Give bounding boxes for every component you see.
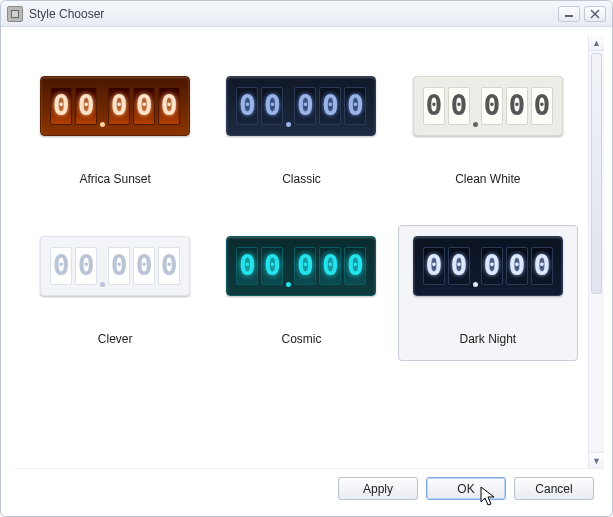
digit: 0: [481, 87, 503, 125]
digit: 0: [294, 87, 316, 125]
style-item-cleanwhite[interactable]: 00000Clean White: [398, 65, 578, 201]
digit: 0: [506, 87, 528, 125]
close-button[interactable]: [584, 6, 606, 22]
digit: 0: [158, 87, 180, 125]
minimize-icon: [564, 10, 574, 18]
scroll-track[interactable]: [589, 51, 604, 452]
digit: 0: [506, 247, 528, 285]
digit: 0: [261, 247, 283, 285]
client-area: 00000Africa Sunset00000Classic00000Clean…: [1, 27, 612, 516]
digit: 0: [344, 247, 366, 285]
digit: 0: [423, 87, 445, 125]
style-label: Classic: [282, 172, 321, 186]
digit: 0: [448, 87, 470, 125]
style-item-cosmic[interactable]: 00000Cosmic: [211, 225, 391, 361]
decimal-dot: [286, 122, 291, 127]
digit: 0: [133, 87, 155, 125]
scroll-down-button[interactable]: ▼: [589, 452, 604, 468]
digit: 0: [50, 247, 72, 285]
decimal-dot: [473, 282, 478, 287]
decimal-dot: [100, 122, 105, 127]
style-item-africa[interactable]: 00000Africa Sunset: [25, 65, 205, 201]
style-thumbnail: 00000: [40, 236, 190, 296]
digit: 0: [423, 247, 445, 285]
style-thumbnail: 00000: [413, 236, 563, 296]
cancel-button[interactable]: Cancel: [514, 477, 594, 500]
style-item-darknight[interactable]: 00000Dark Night: [398, 225, 578, 361]
digit: 0: [481, 247, 503, 285]
style-thumbnail: 00000: [226, 236, 376, 296]
digit: 0: [448, 247, 470, 285]
svg-rect-0: [565, 15, 573, 17]
apply-button[interactable]: Apply: [338, 477, 418, 500]
vertical-scrollbar[interactable]: ▲ ▼: [588, 35, 604, 468]
style-label: Clean White: [455, 172, 520, 186]
style-item-classic[interactable]: 00000Classic: [211, 65, 391, 201]
style-grid: 00000Africa Sunset00000Classic00000Clean…: [25, 65, 578, 361]
digit: 0: [158, 247, 180, 285]
digit: 0: [261, 87, 283, 125]
digit: 0: [236, 87, 258, 125]
titlebar: Style Chooser: [1, 1, 612, 27]
style-label: Cosmic: [281, 332, 321, 346]
style-thumbnail: 00000: [226, 76, 376, 136]
minimize-button[interactable]: [558, 6, 580, 22]
digit: 0: [108, 87, 130, 125]
digit: 0: [75, 247, 97, 285]
digit: 0: [294, 247, 316, 285]
scroll-thumb[interactable]: [591, 53, 602, 294]
decimal-dot: [473, 122, 478, 127]
digit: 0: [319, 247, 341, 285]
style-label: Clever: [98, 332, 133, 346]
digit: 0: [236, 247, 258, 285]
ok-button[interactable]: OK: [426, 477, 506, 500]
digit: 0: [75, 87, 97, 125]
style-label: Africa Sunset: [79, 172, 150, 186]
digit: 0: [531, 87, 553, 125]
digit: 0: [344, 87, 366, 125]
decimal-dot: [286, 282, 291, 287]
style-item-clever[interactable]: 00000Clever: [25, 225, 205, 361]
decimal-dot: [100, 282, 105, 287]
app-icon: [7, 6, 23, 22]
style-chooser-window: Style Chooser 00000Africa Sunset00000Cla…: [0, 0, 613, 517]
style-thumbnail: 00000: [413, 76, 563, 136]
digit: 0: [319, 87, 341, 125]
style-thumbnail: 00000: [40, 76, 190, 136]
close-icon: [590, 9, 600, 19]
dialog-button-row: Apply OK Cancel: [15, 468, 604, 508]
window-title: Style Chooser: [29, 7, 104, 21]
digit: 0: [50, 87, 72, 125]
digit: 0: [133, 247, 155, 285]
digit: 0: [531, 247, 553, 285]
scroll-up-button[interactable]: ▲: [589, 35, 604, 51]
style-label: Dark Night: [459, 332, 516, 346]
digit: 0: [108, 247, 130, 285]
